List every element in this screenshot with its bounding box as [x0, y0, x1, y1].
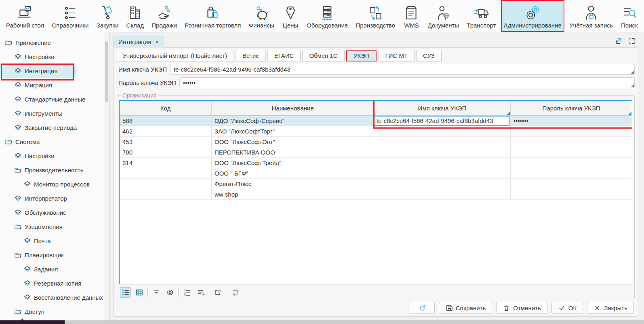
table-cell[interactable]: [120, 168, 212, 179]
toolbar-item-sales-hand[interactable]: Продажи: [149, 0, 180, 32]
toolbar-item-account-user[interactable]: Учётная запись: [566, 0, 616, 32]
table-row-3[interactable]: 700ПЕРСПЕКТИВА ООО: [120, 147, 632, 158]
table-cell[interactable]: ООО "ЛюксСофтОпт": [212, 137, 374, 147]
table-cell[interactable]: [511, 158, 632, 168]
view-list-button[interactable]: [120, 287, 131, 298]
toolbar-item-equipment-server[interactable]: Оборудование: [304, 0, 351, 32]
toolbar-item-admin-gears[interactable]: Администрирование: [501, 0, 564, 32]
tab-integration[interactable]: Интеграция ×: [113, 36, 164, 48]
toolbar-item-documents-person[interactable]: Документы: [425, 0, 462, 32]
sidebar-item-7[interactable]: Система: [0, 135, 109, 149]
table-row-0[interactable]: 588ОДО "ЛюксСофтСервис"te-c8c2ce64-f586-…: [120, 116, 632, 126]
sidebar-item-3[interactable]: Миграция: [0, 78, 109, 92]
table-cell[interactable]: ПЕРСПЕКТИВА ООО: [212, 147, 374, 158]
table-cell[interactable]: [374, 147, 511, 158]
toolbar-item-procurement-cart[interactable]: Закупки: [94, 0, 122, 32]
table-cell[interactable]: ЗАО "ЛюксСофтТорг": [212, 126, 374, 137]
table-column-header-2[interactable]: Имя ключа УКЭП: [374, 101, 511, 115]
filter-button[interactable]: [151, 287, 162, 298]
table-row-7[interactable]: ww shop: [120, 189, 632, 200]
table-column-header-0[interactable]: Код: [120, 101, 212, 115]
subtab-5[interactable]: ГИС МТ: [378, 50, 415, 61]
table-cell[interactable]: [374, 168, 511, 179]
table-cell[interactable]: [374, 189, 511, 200]
reload-button[interactable]: [229, 287, 240, 298]
toolbar-item-search-lines[interactable]: Поиск: [618, 0, 641, 32]
view-grid-button[interactable]: [134, 287, 145, 298]
sidebar-item-4[interactable]: Стандартные данные: [0, 92, 109, 106]
sidebar-item-0[interactable]: Приложение: [0, 36, 109, 50]
trash-button[interactable]: Отменить: [496, 302, 547, 314]
table-cell[interactable]: [511, 168, 632, 179]
table-cell[interactable]: 314: [120, 158, 212, 168]
subtab-3[interactable]: Обмен 1С: [302, 50, 344, 61]
table-cell[interactable]: te-c8c2ce64-f586-42ad-9496-caf8b3afdd43: [374, 116, 511, 126]
toolbar-item-transport-truck[interactable]: Транспорт: [464, 0, 499, 32]
numbered-list-button[interactable]: 123: [181, 287, 192, 298]
sidebar-item-16[interactable]: Задания: [0, 262, 109, 276]
toolbar-item-directory-list[interactable]: Справочники: [49, 0, 91, 32]
close-button[interactable]: Закрыть: [587, 302, 634, 314]
table-row-1[interactable]: 462ЗАО "ЛюксСофтТорг": [120, 126, 632, 137]
table-cell[interactable]: [120, 179, 212, 189]
table-cell[interactable]: [120, 189, 212, 200]
toolbar-item-retail-bags[interactable]: Розничная торговля: [182, 0, 244, 32]
sidebar-item-2[interactable]: Интеграция: [0, 64, 77, 78]
field-input-0[interactable]: te-c8c2ce64-f586-42ad-9496-caf8b3afdd43: [170, 64, 635, 75]
table-cell[interactable]: [511, 179, 632, 189]
open-external-button[interactable]: [212, 287, 223, 298]
table-row-2[interactable]: 453ООО "ЛюксСофтОпт": [120, 137, 632, 147]
table-cell-editor[interactable]: te-c8c2ce64-f586-42ad-9496-caf8b3afdd43: [374, 116, 509, 126]
toolbar-item-finance-piggy[interactable]: Финансы: [246, 0, 277, 32]
add-row-button[interactable]: [195, 287, 206, 298]
table-cell[interactable]: [374, 126, 511, 137]
table-row-4[interactable]: 314ООО "ЛюксСофтТрейд": [120, 158, 632, 168]
table-cell[interactable]: [374, 158, 511, 168]
settings-gear-button[interactable]: [164, 287, 175, 298]
table-row-6[interactable]: Фрегат-Плюс: [120, 179, 632, 189]
sidebar-item-17[interactable]: Резервная копия: [0, 276, 109, 290]
sidebar-item-11[interactable]: Интерпретатор: [0, 191, 109, 205]
sidebar-scrollbar-thumb[interactable]: [105, 41, 108, 102]
toolbar-item-desktop-check[interactable]: Рабочий стол: [3, 0, 47, 32]
refresh-button[interactable]: [410, 302, 435, 314]
table-cell[interactable]: 588: [120, 116, 212, 126]
table-cell[interactable]: [511, 147, 632, 158]
toolbar-item-wms-box[interactable]: WMS: [400, 0, 423, 32]
sidebar-item-15[interactable]: Планировщик: [0, 248, 109, 262]
table-cell[interactable]: [511, 126, 632, 137]
check-button[interactable]: ОК: [551, 302, 583, 314]
sidebar-item-13[interactable]: Уведомления: [0, 220, 109, 234]
sidebar-item-6[interactable]: Закрытие периода: [0, 121, 109, 135]
table-column-header-3[interactable]: Пароль ключа УКЭП: [511, 101, 632, 115]
field-input-1[interactable]: ••••••: [179, 77, 635, 88]
table-column-header-1[interactable]: Наименование: [212, 101, 374, 115]
sidebar-item-12[interactable]: Обслуживание: [0, 205, 109, 220]
subtab-0[interactable]: Универсальный импорт (Прайс-лист): [116, 50, 234, 61]
sidebar-item-18[interactable]: Восстановление данных: [0, 290, 109, 305]
toolbar-item-production-cycle[interactable]: Производство: [353, 0, 398, 32]
detach-icon[interactable]: [614, 37, 623, 45]
table-cell[interactable]: •••••••: [511, 116, 632, 126]
subtab-1[interactable]: Ветис: [236, 50, 266, 61]
save-button[interactable]: Сохранить: [439, 302, 492, 314]
table-cell[interactable]: ООО "ЛюксСофтТрейд": [212, 158, 374, 168]
table-cell[interactable]: [511, 137, 632, 147]
table-cell[interactable]: Фрегат-Плюс: [212, 179, 374, 189]
toolbar-item-warehouse[interactable]: Склад: [124, 0, 147, 32]
subtab-4[interactable]: УКЭП: [346, 50, 377, 61]
table-cell[interactable]: [374, 137, 511, 147]
tab-close-icon[interactable]: ×: [155, 39, 158, 45]
table-cell[interactable]: ОДО "ЛюксСофтСервис": [212, 116, 374, 126]
subtab-6[interactable]: СУЗ: [416, 50, 442, 61]
sidebar-item-10[interactable]: Монитор процессов: [0, 177, 109, 191]
sidebar-item-14[interactable]: Почта: [0, 234, 109, 248]
table-cell[interactable]: 453: [120, 137, 212, 147]
table-cell[interactable]: [374, 179, 511, 189]
table-cell[interactable]: ООО " БГФ": [212, 168, 374, 179]
table-row-5[interactable]: ООО " БГФ": [120, 168, 632, 179]
sidebar-item-9[interactable]: Производительность: [0, 163, 109, 177]
sidebar-item-1[interactable]: Настройки: [0, 50, 109, 64]
fullscreen-icon[interactable]: [627, 37, 636, 45]
table-cell[interactable]: 700: [120, 147, 212, 158]
